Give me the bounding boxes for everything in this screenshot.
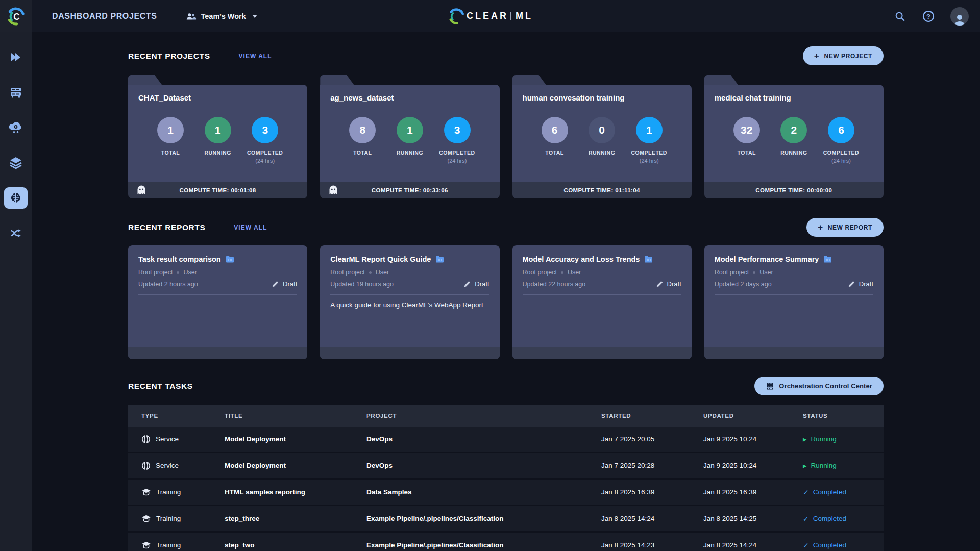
help-icon[interactable]: ? xyxy=(922,10,935,23)
draft-label: Draft xyxy=(283,280,297,288)
folder-tab xyxy=(512,75,546,85)
project-card-footer: COMPUTE TIME: 00:33:06 xyxy=(320,182,499,198)
sidebar-item-projects[interactable] xyxy=(4,46,28,68)
report-card-footer xyxy=(320,347,499,359)
table-row[interactable]: Service Model Deployment DevOps Jan 7 20… xyxy=(128,427,884,453)
col-project: PROJECT xyxy=(366,413,601,419)
report-status: Draft xyxy=(272,280,297,288)
col-updated: UPDATED xyxy=(703,413,803,419)
report-icon xyxy=(823,256,832,263)
task-project: DevOps xyxy=(366,462,601,469)
col-type: TYPE xyxy=(141,413,225,419)
main-content: RECENT PROJECTS VIEW ALL + NEW PROJECT C… xyxy=(32,32,980,551)
workers-queues-icon xyxy=(9,86,22,98)
report-icon xyxy=(226,256,234,263)
projects-view-all-link[interactable]: VIEW ALL xyxy=(239,53,272,60)
status-label: Running xyxy=(811,435,837,443)
task-type: Training xyxy=(156,515,181,522)
pencil-icon xyxy=(272,281,279,288)
table-row[interactable]: Training HTML samples reporting Data Sam… xyxy=(128,480,884,506)
report-card-footer xyxy=(128,347,307,359)
report-title: Task result comparison xyxy=(138,255,221,263)
completed-label: COMPLETED xyxy=(823,149,859,156)
sidebar-item-workers-queues[interactable] xyxy=(4,82,28,103)
clearml-logo-mark[interactable]: C xyxy=(0,0,32,32)
project-card[interactable]: CHAT_Dataset 1TOTAL 1RUNNING 3COMPLETED(… xyxy=(128,75,307,198)
plus-icon: + xyxy=(814,52,820,60)
team-selector[interactable]: Team's Work xyxy=(185,12,257,21)
recent-reports-header: RECENT REPORTS VIEW ALL + NEW REPORT xyxy=(128,218,884,237)
applications-icon xyxy=(9,121,23,134)
project-stats: 8TOTAL 1RUNNING 3COMPLETED(24 hrs) xyxy=(320,109,499,164)
project-name: human convesation training xyxy=(512,85,692,109)
task-project: DevOps xyxy=(366,435,601,443)
report-card-footer xyxy=(512,347,692,359)
search-icon[interactable] xyxy=(893,10,906,23)
clearml-logo: CLEAR ML xyxy=(447,0,533,32)
task-project: Example Pipeline/.pipelines/Classificati… xyxy=(366,515,601,522)
new-report-button[interactable]: + NEW REPORT xyxy=(806,218,884,237)
report-project: Root project xyxy=(330,269,364,276)
plus-icon: + xyxy=(818,223,823,232)
new-report-label: NEW REPORT xyxy=(828,224,872,231)
ghost-icon xyxy=(328,185,338,195)
report-owner: User xyxy=(376,269,389,276)
project-card[interactable]: medical chat training 32TOTAL 2RUNNING 6… xyxy=(704,75,884,198)
task-title: step_three xyxy=(225,515,366,522)
table-row[interactable]: Service Model Deployment DevOps Jan 7 20… xyxy=(128,453,884,480)
divider xyxy=(523,294,681,295)
ghost-icon xyxy=(136,185,146,195)
completed-count: 6 xyxy=(828,117,854,143)
divider xyxy=(715,294,873,295)
report-card[interactable]: Model Accuracy and Loss Trends Root proj… xyxy=(512,245,692,359)
completed-label: COMPLETED xyxy=(439,149,475,156)
draft-label: Draft xyxy=(859,280,873,288)
report-card[interactable]: ClearML Report Quick Guide Root projectU… xyxy=(320,245,499,359)
task-started: Jan 8 2025 14:24 xyxy=(601,515,703,522)
sidebar-item-datasets[interactable] xyxy=(4,152,28,173)
report-title: Model Performance Summary xyxy=(715,255,819,263)
new-project-button[interactable]: + NEW PROJECT xyxy=(803,46,884,65)
sidebar-item-applications[interactable] xyxy=(4,117,28,138)
col-started: STARTED xyxy=(601,413,703,419)
task-updated: Jan 9 2025 10:24 xyxy=(703,462,803,469)
total-label: TOTAL xyxy=(161,149,180,156)
projects-icon xyxy=(9,51,22,63)
pipelines-icon xyxy=(9,227,23,240)
team-icon xyxy=(185,12,197,21)
task-project: Example Pipeline/.pipelines/Classificati… xyxy=(366,541,601,549)
dot-separator xyxy=(561,271,564,274)
status-label: Running xyxy=(811,462,837,469)
user-avatar[interactable] xyxy=(950,7,969,26)
recent-tasks-title: RECENT TASKS xyxy=(128,382,193,391)
service-type-icon xyxy=(141,435,151,444)
orchestration-control-center-button[interactable]: Orchestration Control Center xyxy=(754,377,884,395)
running-count: 1 xyxy=(397,117,423,143)
project-card[interactable]: ag_news_dataset 8TOTAL 1RUNNING 3COMPLET… xyxy=(320,75,499,198)
report-card[interactable]: Model Performance Summary Root projectUs… xyxy=(704,245,884,359)
running-label: RUNNING xyxy=(780,149,807,156)
status-badge: Completed xyxy=(803,515,884,523)
completed-sub-label: (24 hrs) xyxy=(448,158,467,164)
task-started: Jan 8 2025 16:39 xyxy=(601,488,703,496)
reports-view-all-link[interactable]: VIEW ALL xyxy=(234,224,267,231)
new-project-label: NEW PROJECT xyxy=(824,53,872,60)
table-row[interactable]: Training step_two Example Pipeline/.pipe… xyxy=(128,533,884,551)
dot-separator xyxy=(369,271,372,274)
recent-tasks-table: TYPE TITLE PROJECT STARTED UPDATED STATU… xyxy=(128,405,884,551)
completed-label: COMPLETED xyxy=(247,149,283,156)
logo-divider xyxy=(510,12,511,20)
recent-reports-title: RECENT REPORTS xyxy=(128,223,205,232)
sidebar-item-models[interactable] xyxy=(4,187,28,209)
table-row[interactable]: Training step_three Example Pipeline/.pi… xyxy=(128,506,884,533)
report-title: Model Accuracy and Loss Trends xyxy=(523,255,640,263)
logo-text-clear: CLEAR xyxy=(467,11,508,21)
sidebar-item-pipelines[interactable] xyxy=(4,222,28,244)
project-card[interactable]: human convesation training 6TOTAL 0RUNNI… xyxy=(512,75,692,198)
project-name: CHAT_Dataset xyxy=(128,85,307,109)
training-type-icon xyxy=(141,514,151,523)
project-card-footer: COMPUTE TIME: 00:00:00 xyxy=(704,182,884,198)
report-card[interactable]: Task result comparison Root projectUser … xyxy=(128,245,307,359)
status-label: Completed xyxy=(813,488,846,496)
report-icon xyxy=(435,256,444,263)
